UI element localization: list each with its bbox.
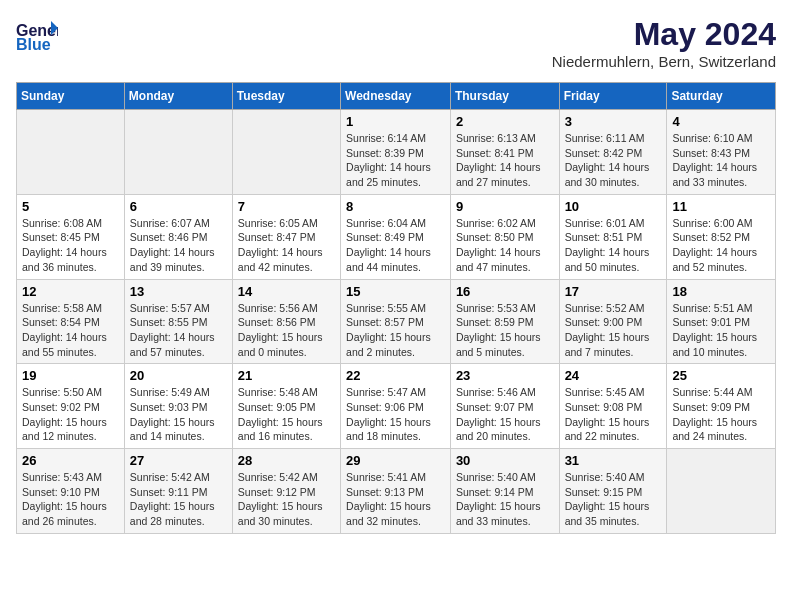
day-detail: Sunrise: 5:41 AM Sunset: 9:13 PM Dayligh… xyxy=(346,470,445,529)
day-detail: Sunrise: 5:47 AM Sunset: 9:06 PM Dayligh… xyxy=(346,385,445,444)
day-detail: Sunrise: 6:13 AM Sunset: 8:41 PM Dayligh… xyxy=(456,131,554,190)
calendar-cell: 25Sunrise: 5:44 AM Sunset: 9:09 PM Dayli… xyxy=(667,364,776,449)
day-number: 6 xyxy=(130,199,227,214)
day-number: 15 xyxy=(346,284,445,299)
day-detail: Sunrise: 5:56 AM Sunset: 8:56 PM Dayligh… xyxy=(238,301,335,360)
location-subtitle: Niedermuhlern, Bern, Switzerland xyxy=(552,53,776,70)
calendar-cell xyxy=(124,110,232,195)
calendar-cell: 5Sunrise: 6:08 AM Sunset: 8:45 PM Daylig… xyxy=(17,194,125,279)
day-number: 20 xyxy=(130,368,227,383)
logo-icon: General Blue xyxy=(16,16,58,54)
day-detail: Sunrise: 5:57 AM Sunset: 8:55 PM Dayligh… xyxy=(130,301,227,360)
logo: General Blue xyxy=(16,16,58,54)
calendar-cell: 6Sunrise: 6:07 AM Sunset: 8:46 PM Daylig… xyxy=(124,194,232,279)
weekday-header-monday: Monday xyxy=(124,83,232,110)
weekday-header-tuesday: Tuesday xyxy=(232,83,340,110)
day-number: 7 xyxy=(238,199,335,214)
day-detail: Sunrise: 6:10 AM Sunset: 8:43 PM Dayligh… xyxy=(672,131,770,190)
calendar-week-row: 12Sunrise: 5:58 AM Sunset: 8:54 PM Dayli… xyxy=(17,279,776,364)
day-detail: Sunrise: 5:49 AM Sunset: 9:03 PM Dayligh… xyxy=(130,385,227,444)
calendar-cell: 15Sunrise: 5:55 AM Sunset: 8:57 PM Dayli… xyxy=(341,279,451,364)
day-detail: Sunrise: 5:46 AM Sunset: 9:07 PM Dayligh… xyxy=(456,385,554,444)
calendar-cell: 10Sunrise: 6:01 AM Sunset: 8:51 PM Dayli… xyxy=(559,194,667,279)
day-number: 5 xyxy=(22,199,119,214)
calendar-cell: 12Sunrise: 5:58 AM Sunset: 8:54 PM Dayli… xyxy=(17,279,125,364)
day-detail: Sunrise: 5:43 AM Sunset: 9:10 PM Dayligh… xyxy=(22,470,119,529)
day-number: 23 xyxy=(456,368,554,383)
weekday-header-thursday: Thursday xyxy=(450,83,559,110)
calendar-body: 1Sunrise: 6:14 AM Sunset: 8:39 PM Daylig… xyxy=(17,110,776,534)
day-number: 31 xyxy=(565,453,662,468)
calendar-cell: 3Sunrise: 6:11 AM Sunset: 8:42 PM Daylig… xyxy=(559,110,667,195)
calendar-cell: 8Sunrise: 6:04 AM Sunset: 8:49 PM Daylig… xyxy=(341,194,451,279)
day-number: 2 xyxy=(456,114,554,129)
day-detail: Sunrise: 6:04 AM Sunset: 8:49 PM Dayligh… xyxy=(346,216,445,275)
calendar-week-row: 5Sunrise: 6:08 AM Sunset: 8:45 PM Daylig… xyxy=(17,194,776,279)
day-number: 3 xyxy=(565,114,662,129)
calendar-header: SundayMondayTuesdayWednesdayThursdayFrid… xyxy=(17,83,776,110)
day-detail: Sunrise: 5:42 AM Sunset: 9:11 PM Dayligh… xyxy=(130,470,227,529)
weekday-header-sunday: Sunday xyxy=(17,83,125,110)
day-number: 9 xyxy=(456,199,554,214)
calendar-week-row: 19Sunrise: 5:50 AM Sunset: 9:02 PM Dayli… xyxy=(17,364,776,449)
day-detail: Sunrise: 5:50 AM Sunset: 9:02 PM Dayligh… xyxy=(22,385,119,444)
calendar-cell: 24Sunrise: 5:45 AM Sunset: 9:08 PM Dayli… xyxy=(559,364,667,449)
day-number: 16 xyxy=(456,284,554,299)
calendar-cell xyxy=(667,449,776,534)
page-header: General Blue May 2024 Niedermuhlern, Ber… xyxy=(16,16,776,70)
calendar-cell: 4Sunrise: 6:10 AM Sunset: 8:43 PM Daylig… xyxy=(667,110,776,195)
weekday-header-row: SundayMondayTuesdayWednesdayThursdayFrid… xyxy=(17,83,776,110)
calendar-cell: 2Sunrise: 6:13 AM Sunset: 8:41 PM Daylig… xyxy=(450,110,559,195)
day-number: 8 xyxy=(346,199,445,214)
day-number: 30 xyxy=(456,453,554,468)
day-number: 14 xyxy=(238,284,335,299)
day-detail: Sunrise: 5:53 AM Sunset: 8:59 PM Dayligh… xyxy=(456,301,554,360)
day-number: 27 xyxy=(130,453,227,468)
day-number: 4 xyxy=(672,114,770,129)
day-detail: Sunrise: 6:14 AM Sunset: 8:39 PM Dayligh… xyxy=(346,131,445,190)
calendar-cell: 9Sunrise: 6:02 AM Sunset: 8:50 PM Daylig… xyxy=(450,194,559,279)
day-number: 18 xyxy=(672,284,770,299)
calendar-cell: 23Sunrise: 5:46 AM Sunset: 9:07 PM Dayli… xyxy=(450,364,559,449)
calendar-cell: 19Sunrise: 5:50 AM Sunset: 9:02 PM Dayli… xyxy=(17,364,125,449)
weekday-header-wednesday: Wednesday xyxy=(341,83,451,110)
weekday-header-friday: Friday xyxy=(559,83,667,110)
svg-text:Blue: Blue xyxy=(16,36,51,53)
day-detail: Sunrise: 6:07 AM Sunset: 8:46 PM Dayligh… xyxy=(130,216,227,275)
calendar-cell xyxy=(232,110,340,195)
calendar-week-row: 1Sunrise: 6:14 AM Sunset: 8:39 PM Daylig… xyxy=(17,110,776,195)
calendar-table: SundayMondayTuesdayWednesdayThursdayFrid… xyxy=(16,82,776,534)
day-number: 17 xyxy=(565,284,662,299)
calendar-cell: 16Sunrise: 5:53 AM Sunset: 8:59 PM Dayli… xyxy=(450,279,559,364)
day-number: 26 xyxy=(22,453,119,468)
day-number: 12 xyxy=(22,284,119,299)
calendar-cell xyxy=(17,110,125,195)
day-detail: Sunrise: 5:58 AM Sunset: 8:54 PM Dayligh… xyxy=(22,301,119,360)
calendar-week-row: 26Sunrise: 5:43 AM Sunset: 9:10 PM Dayli… xyxy=(17,449,776,534)
title-area: May 2024 Niedermuhlern, Bern, Switzerlan… xyxy=(552,16,776,70)
calendar-cell: 28Sunrise: 5:42 AM Sunset: 9:12 PM Dayli… xyxy=(232,449,340,534)
day-detail: Sunrise: 6:02 AM Sunset: 8:50 PM Dayligh… xyxy=(456,216,554,275)
calendar-cell: 17Sunrise: 5:52 AM Sunset: 9:00 PM Dayli… xyxy=(559,279,667,364)
day-detail: Sunrise: 5:48 AM Sunset: 9:05 PM Dayligh… xyxy=(238,385,335,444)
calendar-cell: 13Sunrise: 5:57 AM Sunset: 8:55 PM Dayli… xyxy=(124,279,232,364)
day-number: 1 xyxy=(346,114,445,129)
day-detail: Sunrise: 5:52 AM Sunset: 9:00 PM Dayligh… xyxy=(565,301,662,360)
calendar-cell: 11Sunrise: 6:00 AM Sunset: 8:52 PM Dayli… xyxy=(667,194,776,279)
day-detail: Sunrise: 5:55 AM Sunset: 8:57 PM Dayligh… xyxy=(346,301,445,360)
day-number: 24 xyxy=(565,368,662,383)
calendar-cell: 21Sunrise: 5:48 AM Sunset: 9:05 PM Dayli… xyxy=(232,364,340,449)
day-detail: Sunrise: 5:40 AM Sunset: 9:14 PM Dayligh… xyxy=(456,470,554,529)
calendar-cell: 29Sunrise: 5:41 AM Sunset: 9:13 PM Dayli… xyxy=(341,449,451,534)
day-detail: Sunrise: 6:05 AM Sunset: 8:47 PM Dayligh… xyxy=(238,216,335,275)
day-number: 21 xyxy=(238,368,335,383)
calendar-cell: 7Sunrise: 6:05 AM Sunset: 8:47 PM Daylig… xyxy=(232,194,340,279)
day-number: 10 xyxy=(565,199,662,214)
day-number: 25 xyxy=(672,368,770,383)
day-number: 29 xyxy=(346,453,445,468)
weekday-header-saturday: Saturday xyxy=(667,83,776,110)
day-detail: Sunrise: 5:45 AM Sunset: 9:08 PM Dayligh… xyxy=(565,385,662,444)
calendar-cell: 26Sunrise: 5:43 AM Sunset: 9:10 PM Dayli… xyxy=(17,449,125,534)
day-detail: Sunrise: 6:08 AM Sunset: 8:45 PM Dayligh… xyxy=(22,216,119,275)
day-detail: Sunrise: 6:01 AM Sunset: 8:51 PM Dayligh… xyxy=(565,216,662,275)
